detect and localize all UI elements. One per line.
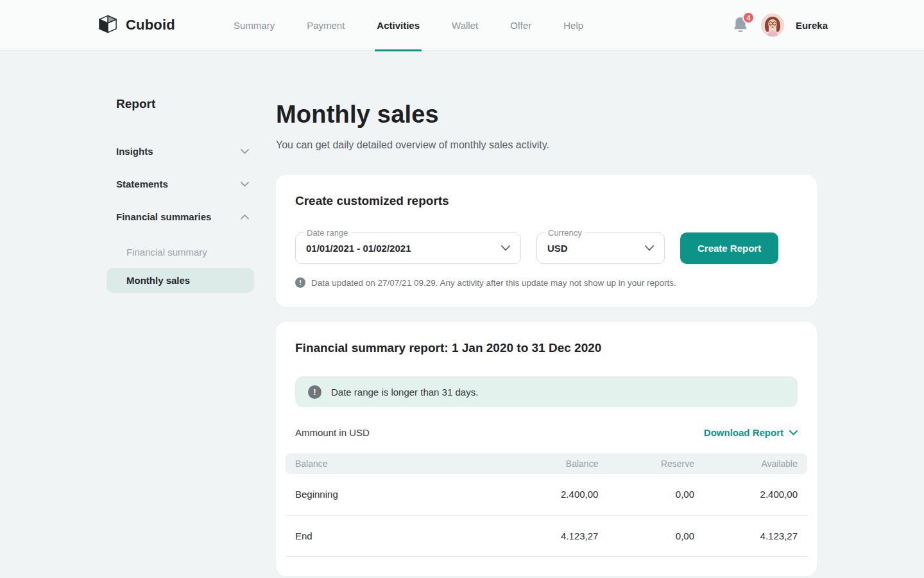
main-content: Monthly sales You can get daily detailed…	[276, 51, 817, 578]
brand-logo[interactable]: Cuboid	[98, 15, 175, 36]
info-icon	[308, 385, 321, 399]
col-header-balance-label: Balance	[286, 453, 504, 474]
sidebar-item-label: Insights	[116, 146, 153, 157]
avatar[interactable]	[761, 13, 784, 37]
table-row: Beginning 2.400,00 0,00 2.400,00	[286, 474, 807, 515]
brand-name: Cuboid	[126, 17, 175, 33]
currency-select[interactable]: Currency USD	[536, 232, 665, 264]
page-subtitle: You can get daily detailed overview of m…	[276, 139, 817, 151]
alert-text: Date range is longer than 31 days.	[331, 387, 478, 398]
info-icon	[295, 277, 305, 288]
notifications-button[interactable]: 4	[733, 16, 749, 34]
sidebar-title: Report	[116, 97, 254, 111]
balance-table: Balance Balance Reserve Available Beginn…	[286, 453, 807, 557]
user-name: Eureka	[796, 20, 828, 31]
col-header-reserve: Reserve	[608, 453, 704, 474]
bell-icon	[733, 24, 748, 35]
sidebar-item-label: Financial summaries	[116, 211, 211, 222]
download-report-link[interactable]: Download Report	[704, 427, 798, 438]
chevron-down-icon	[645, 245, 654, 251]
col-header-available: Available	[704, 453, 807, 474]
nav-payment[interactable]: Payment	[291, 0, 361, 51]
nav-activities[interactable]: Activities	[361, 0, 436, 51]
sidebar-item-insights[interactable]: Insights	[116, 144, 249, 158]
row-reserve: 0,00	[608, 515, 704, 556]
nav-summary[interactable]: Summary	[218, 0, 291, 51]
summary-report-card: Financial summary report: 1 Jan 2020 to …	[276, 322, 817, 576]
chevron-down-icon	[501, 245, 510, 251]
amount-label: Ammount in USD	[295, 427, 370, 438]
create-report-heading: Create customized reports	[295, 194, 798, 208]
row-reserve: 0,00	[608, 474, 704, 515]
row-label: Beginning	[286, 474, 504, 515]
nav-help[interactable]: Help	[547, 0, 599, 51]
summary-report-heading: Financial summary report: 1 Jan 2020 to …	[295, 341, 798, 355]
row-balance: 4.123,27	[504, 515, 608, 556]
table-row: End 4.123,27 0,00 4.123,27	[286, 515, 807, 556]
create-report-card: Create customized reports Date range 01/…	[276, 175, 817, 307]
row-available: 2.400,00	[704, 474, 807, 515]
currency-label: Currency	[545, 228, 585, 238]
sidebar-item-statements[interactable]: Statements	[116, 177, 249, 191]
sidebar-item-financial-summaries[interactable]: Financial summaries	[116, 210, 249, 223]
cuboid-logo-icon	[98, 15, 118, 36]
create-report-button[interactable]: Create Report	[680, 232, 778, 264]
chevron-down-icon	[241, 149, 249, 154]
main-nav: Summary Payment Activities Wallet Offer …	[218, 0, 599, 51]
row-available: 4.123,27	[704, 515, 807, 556]
date-range-value: 01/01/2021 - 01/02/2021	[306, 243, 411, 254]
sidebar-item-financial-summary[interactable]: Financial summary	[107, 240, 254, 264]
col-header-balance: Balance	[504, 453, 608, 474]
date-range-alert: Date range is longer than 31 days.	[295, 376, 798, 407]
top-nav-bar: Cuboid Summary Payment Activities Wallet…	[0, 0, 924, 51]
notification-badge: 4	[742, 12, 755, 24]
page-title: Monthly sales	[276, 101, 817, 128]
chevron-up-icon	[241, 215, 249, 220]
sidebar-item-label: Statements	[116, 179, 168, 189]
sidebar-item-monthly-sales[interactable]: Monthly sales	[107, 268, 254, 293]
nav-wallet[interactable]: Wallet	[436, 0, 494, 51]
date-range-select[interactable]: Date range 01/01/2021 - 01/02/2021	[295, 232, 521, 264]
sidebar: Report Insights Statements Financial sum…	[107, 51, 254, 578]
data-updated-note: Data updated on 27/07/21 09.29. Any acti…	[311, 278, 676, 288]
chevron-down-icon	[241, 182, 249, 187]
nav-offer[interactable]: Offer	[494, 0, 547, 51]
table-header-row: Balance Balance Reserve Available	[286, 453, 807, 474]
download-report-label: Download Report	[704, 427, 783, 438]
row-label: End	[286, 515, 504, 556]
chevron-down-icon	[789, 430, 798, 435]
currency-value: USD	[547, 243, 568, 254]
date-range-label: Date range	[304, 228, 351, 238]
row-balance: 2.400,00	[504, 474, 608, 515]
